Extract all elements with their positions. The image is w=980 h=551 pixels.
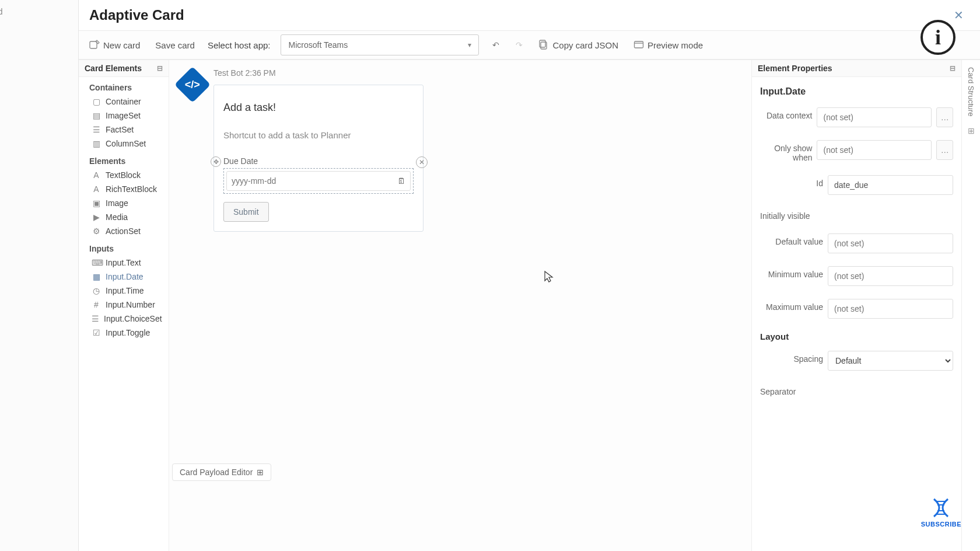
card-headline[interactable]: Add a task! xyxy=(223,102,414,114)
submit-button[interactable]: Submit xyxy=(223,202,269,222)
element-input-text[interactable]: ⌨Input.Text xyxy=(79,256,169,270)
mouse-cursor-icon xyxy=(544,270,554,286)
selected-input-date-element[interactable]: ✥ ✕ Due Date yyyy-mm-dd 🗓 xyxy=(223,156,414,194)
date-input-field[interactable]: yyyy-mm-dd 🗓 xyxy=(226,171,411,191)
collapse-icon[interactable]: ⊟ xyxy=(157,64,163,72)
element-actionset[interactable]: ⚙ActionSet xyxy=(79,224,169,238)
prop-default-value-input[interactable] xyxy=(828,233,953,253)
element-input-number[interactable]: #Input.Number xyxy=(79,298,169,312)
prop-only-show-when-input[interactable] xyxy=(817,140,932,160)
move-handle-icon[interactable]: ✥ xyxy=(211,156,221,167)
ellipsis-icon[interactable]: … xyxy=(936,140,953,160)
partial-tab-text: tled xyxy=(0,7,3,16)
prop-only-show-when-label: Only show when xyxy=(760,140,812,162)
category-elements: Elements xyxy=(79,151,169,168)
prop-default-value-row: Default value xyxy=(760,233,953,253)
category-inputs: Inputs xyxy=(79,238,169,256)
host-app-label: Select host app: xyxy=(208,40,271,50)
subscribe-badge[interactable]: SUBSCRIBE xyxy=(921,497,961,528)
prop-max-value-label: Maximum value xyxy=(760,299,823,312)
adaptive-card-preview[interactable]: Add a task! Shortcut to add a task to Pl… xyxy=(214,85,424,232)
prop-initially-visible-row: Initially visible xyxy=(760,208,953,221)
card-column: Test Bot 2:36 PM Add a task! Shortcut to… xyxy=(214,68,424,232)
element-textblock[interactable]: ATextBlock xyxy=(79,168,169,182)
date-placeholder: yyyy-mm-dd xyxy=(232,176,276,186)
element-media[interactable]: ▶Media xyxy=(79,210,169,224)
prop-data-context-row: Data context … xyxy=(760,107,953,127)
properties-title: Element Properties xyxy=(758,64,832,73)
properties-body: Input.Date Data context … Only show when… xyxy=(752,77,961,427)
card-elements-title: Card Elements xyxy=(85,64,142,73)
card-elements-panel: Card Elements ⊟ Containers ▢Container ▤I… xyxy=(79,60,169,551)
element-imageset[interactable]: ▤ImageSet xyxy=(79,109,169,123)
prop-id-label: Id xyxy=(760,175,823,188)
prop-default-value-label: Default value xyxy=(760,233,823,246)
page-title: Adaptive Card xyxy=(89,7,184,23)
elements-list: Containers ▢Container ▤ImageSet ☰FactSet… xyxy=(79,77,169,340)
payload-editor-label: Card Payload Editor xyxy=(180,468,253,477)
new-card-button[interactable]: New card xyxy=(87,36,142,54)
prop-separator-label: Separator xyxy=(760,383,796,396)
prop-min-value-row: Minimum value xyxy=(760,266,953,286)
bot-name-timestamp: Test Bot 2:36 PM xyxy=(214,68,424,78)
expand-icon: ⊞ xyxy=(257,468,264,477)
prop-spacing-select[interactable]: Default xyxy=(828,351,953,371)
copy-icon xyxy=(538,40,549,50)
preview-label: Preview mode xyxy=(648,40,703,50)
prop-data-context-input[interactable] xyxy=(817,107,932,127)
prop-id-input[interactable] xyxy=(828,175,953,195)
columnset-icon: ▥ xyxy=(92,139,101,148)
prop-spacing-label: Spacing xyxy=(760,351,823,364)
input-choiceset-icon: ☰ xyxy=(92,314,99,323)
element-input-time[interactable]: ◷Input.Time xyxy=(79,284,169,298)
new-card-label: New card xyxy=(103,40,140,50)
element-factset[interactable]: ☰FactSet xyxy=(79,123,169,137)
copy-json-button[interactable]: Copy card JSON xyxy=(536,36,621,54)
card-preview-wrapper: </> Test Bot 2:36 PM Add a task! Shortcu… xyxy=(169,60,751,232)
host-app-value: Microsoft Teams xyxy=(288,40,348,50)
preview-mode-button[interactable]: Preview mode xyxy=(631,36,705,54)
close-icon[interactable]: ✕ xyxy=(949,6,968,25)
due-date-label: Due Date xyxy=(223,156,258,166)
element-richtextblock[interactable]: ARichTextBlock xyxy=(79,182,169,196)
element-properties-panel: Element Properties ⊟ Input.Date Data con… xyxy=(751,60,961,551)
ellipsis-icon[interactable]: … xyxy=(936,107,953,127)
bot-avatar-icon: </> xyxy=(174,67,211,103)
external-left-gutter: tled xyxy=(0,0,79,551)
right-rail: Card Structure ⊞ xyxy=(961,60,980,551)
collapse-icon[interactable]: ⊟ xyxy=(950,64,956,72)
prop-max-value-row: Maximum value xyxy=(760,299,953,319)
host-app-select[interactable]: Microsoft Teams ▾ xyxy=(281,34,479,55)
copy-json-label: Copy card JSON xyxy=(552,40,618,50)
info-overlay-icon: i xyxy=(921,20,956,55)
element-container[interactable]: ▢Container xyxy=(79,95,169,109)
undo-icon[interactable]: ↶ xyxy=(489,39,502,51)
prop-separator-row: Separator xyxy=(760,383,953,396)
subscribe-label: SUBSCRIBE xyxy=(921,521,961,528)
prop-id-row: Id xyxy=(760,175,953,195)
card-description[interactable]: Shortcut to add a task to Planner xyxy=(223,130,414,140)
save-card-label: Save card xyxy=(155,40,195,50)
calendar-icon[interactable]: 🗓 xyxy=(397,176,405,186)
prop-data-context-label: Data context xyxy=(760,107,812,120)
element-image[interactable]: ▣Image xyxy=(79,196,169,210)
element-input-toggle[interactable]: ☑Input.Toggle xyxy=(79,326,169,340)
prop-max-value-input[interactable] xyxy=(828,299,953,319)
save-card-button[interactable]: Save card xyxy=(153,37,197,54)
input-number-icon: # xyxy=(92,300,101,309)
element-input-date[interactable]: ▦Input.Date xyxy=(79,270,169,284)
card-payload-editor-toggle[interactable]: Card Payload Editor ⊞ xyxy=(172,463,271,481)
element-input-choiceset[interactable]: ☰Input.ChoiceSet xyxy=(79,312,169,326)
card-structure-tab[interactable]: Card Structure xyxy=(967,67,975,117)
prop-min-value-input[interactable] xyxy=(828,266,953,286)
title-bar: Adaptive Card ✕ xyxy=(79,0,980,30)
selected-element-type: Input.Date xyxy=(760,86,953,97)
preview-icon xyxy=(634,40,644,50)
toolbar: New card Save card Select host app: Micr… xyxy=(79,30,980,60)
prop-spacing-row: Spacing Default xyxy=(760,351,953,371)
expand-panel-icon[interactable]: ⊞ xyxy=(968,126,975,135)
svg-rect-0 xyxy=(90,41,97,48)
dna-icon xyxy=(929,497,953,518)
delete-element-icon[interactable]: ✕ xyxy=(416,156,428,168)
element-columnset[interactable]: ▥ColumnSet xyxy=(79,137,169,151)
